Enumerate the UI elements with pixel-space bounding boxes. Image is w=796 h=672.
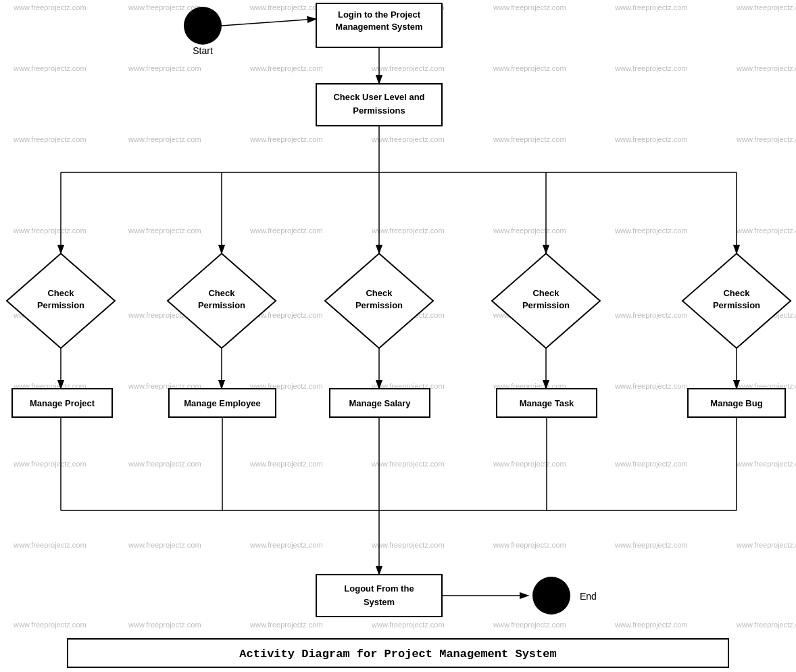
- svg-text:www.freeprojectz.com: www.freeprojectz.com: [13, 460, 86, 468]
- svg-text:www.freeprojectz.com: www.freeprojectz.com: [128, 64, 201, 72]
- diamond-5-label2: Permission: [713, 300, 760, 310]
- start-circle: [184, 7, 222, 45]
- svg-text:www.freeprojectz.com: www.freeprojectz.com: [493, 226, 566, 235]
- diamond-1-label2: Permission: [37, 300, 84, 310]
- svg-text:www.freeprojectz.com: www.freeprojectz.com: [13, 64, 86, 72]
- svg-text:www.freeprojectz.com: www.freeprojectz.com: [736, 226, 796, 235]
- svg-text:www.freeprojectz.com: www.freeprojectz.com: [249, 135, 323, 143]
- svg-text:www.freeprojectz.com: www.freeprojectz.com: [371, 460, 445, 468]
- manage-salary-label: Manage Salary: [349, 398, 411, 408]
- svg-text:www.freeprojectz.com: www.freeprojectz.com: [493, 64, 566, 72]
- svg-text:www.freeprojectz.com: www.freeprojectz.com: [249, 64, 323, 72]
- svg-text:www.freeprojectz.com: www.freeprojectz.com: [614, 135, 688, 143]
- svg-text:www.freeprojectz.com: www.freeprojectz.com: [736, 541, 796, 549]
- svg-text:www.freeprojectz.com: www.freeprojectz.com: [614, 460, 688, 468]
- svg-text:www.freeprojectz.com: www.freeprojectz.com: [371, 541, 445, 549]
- svg-text:www.freeprojectz.com: www.freeprojectz.com: [736, 64, 796, 72]
- svg-text:www.freeprojectz.com: www.freeprojectz.com: [13, 3, 86, 11]
- svg-text:www.freeprojectz.com: www.freeprojectz.com: [493, 621, 566, 629]
- manage-project-label: Manage Project: [30, 398, 95, 408]
- check-user-level-box: [316, 84, 442, 126]
- check-user-level-label1: Check User Level and: [333, 92, 424, 102]
- svg-text:www.freeprojectz.com: www.freeprojectz.com: [614, 541, 688, 549]
- diamond-2-label1: Check: [208, 288, 235, 298]
- svg-text:www.freeprojectz.com: www.freeprojectz.com: [249, 541, 323, 549]
- check-user-level-label2: Permissions: [353, 105, 405, 116]
- svg-text:www.freeprojectz.com: www.freeprojectz.com: [614, 3, 688, 11]
- svg-text:www.freeprojectz.com: www.freeprojectz.com: [371, 621, 445, 629]
- svg-text:www.freeprojectz.com: www.freeprojectz.com: [493, 460, 566, 468]
- svg-text:www.freeprojectz.com: www.freeprojectz.com: [736, 621, 796, 629]
- svg-text:www.freeprojectz.com: www.freeprojectz.com: [493, 135, 566, 143]
- svg-text:www.freeprojectz.com: www.freeprojectz.com: [736, 135, 796, 143]
- svg-text:www.freeprojectz.com: www.freeprojectz.com: [128, 541, 201, 549]
- arrow-start-login: [222, 19, 316, 26]
- svg-text:www.freeprojectz.com: www.freeprojectz.com: [371, 226, 445, 235]
- manage-employee-label: Manage Employee: [184, 398, 260, 408]
- svg-text:www.freeprojectz.com: www.freeprojectz.com: [249, 3, 323, 11]
- login-label-line2: Management System: [335, 22, 422, 32]
- svg-text:www.freeprojectz.com: www.freeprojectz.com: [249, 460, 323, 468]
- svg-text:www.freeprojectz.com: www.freeprojectz.com: [128, 226, 201, 235]
- manage-task-label: Manage Task: [520, 398, 574, 408]
- svg-text:www.freeprojectz.com: www.freeprojectz.com: [128, 460, 201, 468]
- diamond-3-label1: Check: [366, 288, 393, 298]
- manage-bug-label: Manage Bug: [710, 398, 762, 408]
- logout-label1: Logout From the: [344, 583, 414, 594]
- svg-text:www.freeprojectz.com: www.freeprojectz.com: [371, 64, 445, 72]
- login-label-line1: Login to the Project: [338, 9, 421, 20]
- diamond-4-label2: Permission: [522, 300, 570, 310]
- svg-text:www.freeprojectz.com: www.freeprojectz.com: [614, 621, 688, 629]
- svg-text:www.freeprojectz.com: www.freeprojectz.com: [128, 135, 201, 143]
- svg-text:www.freeprojectz.com: www.freeprojectz.com: [128, 3, 201, 11]
- start-label: Start: [193, 45, 213, 56]
- svg-text:www.freeprojectz.com: www.freeprojectz.com: [13, 135, 86, 143]
- svg-text:www.freeprojectz.com: www.freeprojectz.com: [736, 460, 796, 468]
- svg-text:www.freeprojectz.com: www.freeprojectz.com: [614, 64, 688, 72]
- svg-text:www.freeprojectz.com: www.freeprojectz.com: [13, 621, 86, 629]
- diamond-2-label2: Permission: [198, 300, 245, 310]
- end-label: End: [580, 591, 597, 602]
- svg-text:www.freeprojectz.com: www.freeprojectz.com: [13, 541, 86, 549]
- diamond-1-label1: Check: [47, 288, 74, 298]
- svg-text:www.freeprojectz.com: www.freeprojectz.com: [249, 621, 323, 629]
- logout-label2: System: [364, 597, 395, 607]
- title-label: Activity Diagram for Project Management …: [239, 648, 556, 661]
- logout-box: [316, 575, 442, 617]
- svg-text:www.freeprojectz.com: www.freeprojectz.com: [128, 621, 201, 629]
- svg-text:www.freeprojectz.com: www.freeprojectz.com: [614, 226, 688, 235]
- svg-text:www.freeprojectz.com: www.freeprojectz.com: [736, 3, 796, 11]
- svg-text:www.freeprojectz.com: www.freeprojectz.com: [493, 3, 566, 11]
- diamond-3-label2: Permission: [355, 300, 403, 310]
- svg-text:www.freeprojectz.com: www.freeprojectz.com: [614, 311, 688, 319]
- end-circle: [532, 577, 570, 615]
- svg-text:www.freeprojectz.com: www.freeprojectz.com: [614, 382, 688, 390]
- svg-text:www.freeprojectz.com: www.freeprojectz.com: [493, 541, 566, 549]
- diamond-4-label1: Check: [532, 288, 559, 298]
- svg-text:www.freeprojectz.com: www.freeprojectz.com: [249, 226, 323, 235]
- diamond-5-label1: Check: [723, 288, 750, 298]
- svg-text:www.freeprojectz.com: www.freeprojectz.com: [371, 135, 445, 143]
- svg-text:www.freeprojectz.com: www.freeprojectz.com: [13, 226, 86, 235]
